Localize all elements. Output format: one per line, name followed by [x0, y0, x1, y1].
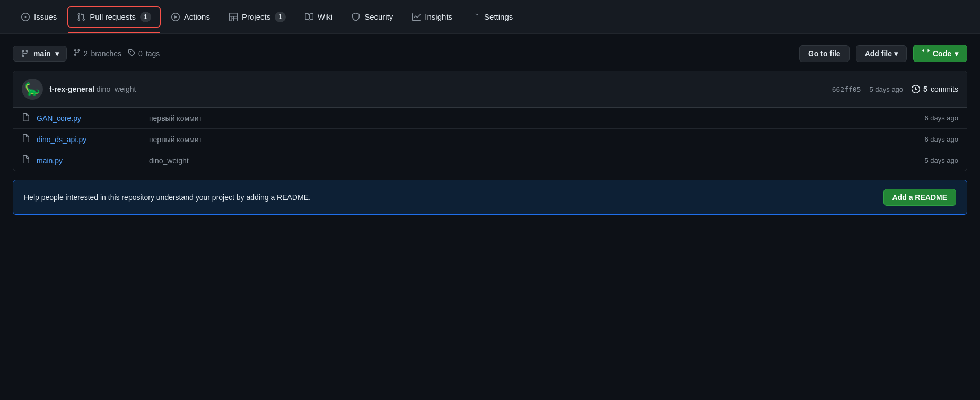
commit-author[interactable]: t-rex-general [49, 85, 94, 93]
nav-bar: Issues Pull requests 1 Actions Projects … [0, 0, 980, 34]
add-file-label: Add file [865, 49, 892, 58]
projects-badge: 1 [275, 12, 286, 22]
nav-label-wiki: Wiki [318, 12, 332, 21]
nav-item-issues[interactable]: Issues [13, 8, 65, 25]
git-pull-request-icon [77, 13, 85, 21]
chevron-down-icon: ▾ [955, 49, 958, 58]
commits-count: 5 [923, 85, 928, 93]
avatar: 🦕 [22, 79, 43, 100]
file-row: dino_ds_api.py первый коммит 6 days ago [13, 129, 967, 150]
toolbar: main ▾ 2 branches 0 tags Go to file Add … [0, 34, 980, 71]
nav-label-security: Security [364, 12, 393, 21]
avatar-image: 🦕 [24, 82, 40, 97]
file-row: GAN_core.py первый коммит 6 days ago [13, 108, 967, 129]
table-icon [229, 13, 238, 21]
readme-text: Help people interested in this repositor… [24, 193, 311, 202]
code-icon [922, 49, 930, 58]
book-icon [305, 13, 313, 21]
file-icon [22, 134, 30, 144]
branches-link[interactable]: 2 branches [73, 49, 121, 58]
nav-label-actions: Actions [184, 12, 210, 21]
tags-count: 0 [138, 49, 143, 58]
graph-icon [412, 13, 421, 21]
add-file-button[interactable]: Add file ▾ [856, 45, 907, 62]
nav-item-pull-requests[interactable]: Pull requests 1 [67, 6, 160, 28]
go-to-file-button[interactable]: Go to file [799, 45, 850, 62]
file-commit-1: первый коммит [149, 135, 918, 144]
file-date-1: 6 days ago [924, 135, 958, 143]
file-name-1[interactable]: dino_ds_api.py [37, 135, 143, 144]
nav-item-insights[interactable]: Insights [404, 8, 461, 25]
nav-item-security[interactable]: Security [343, 8, 401, 25]
commit-info: t-rex-general dino_weight [49, 85, 826, 93]
readme-banner: Help people interested in this repositor… [13, 180, 967, 215]
file-icon [22, 113, 30, 123]
commit-hash[interactable]: 662ff05 [832, 85, 861, 93]
nav-label-insights: Insights [425, 12, 452, 21]
commit-header: 🦕 t-rex-general dino_weight 662ff05 5 da… [13, 71, 967, 108]
nav-item-projects[interactable]: Projects 1 [221, 7, 294, 27]
branches-icon [73, 49, 81, 58]
nav-label-projects: Projects [242, 12, 270, 21]
tags-link[interactable]: 0 tags [128, 49, 160, 58]
nav-label-pull-requests: Pull requests [90, 12, 136, 21]
commit-message: dino_weight [97, 85, 136, 93]
nav-item-wiki[interactable]: Wiki [296, 8, 341, 25]
nav-label-settings: Settings [484, 12, 513, 21]
nav-label-issues: Issues [34, 12, 57, 21]
add-readme-label: Add a README [892, 193, 947, 202]
file-date-2: 5 days ago [924, 156, 958, 164]
file-name-2[interactable]: main.py [37, 156, 143, 165]
commit-time: 5 days ago [869, 85, 903, 93]
shield-icon [352, 13, 360, 21]
branch-icon [21, 49, 29, 58]
nav-item-settings[interactable]: Settings [463, 8, 521, 25]
tag-icon [128, 49, 135, 58]
commit-meta: 662ff05 5 days ago 5 commits [832, 85, 958, 93]
file-date-0: 6 days ago [924, 114, 958, 122]
play-circle-icon [171, 13, 180, 21]
branches-label: branches [91, 49, 121, 58]
chevron-down-icon: ▾ [55, 49, 59, 58]
nav-item-actions[interactable]: Actions [163, 8, 218, 25]
circle-dot-icon [21, 13, 30, 21]
repo-box: 🦕 t-rex-general dino_weight 662ff05 5 da… [13, 71, 967, 171]
file-commit-2: dino_weight [149, 156, 918, 165]
commits-label: commits [931, 85, 958, 93]
branch-name: main [33, 49, 51, 58]
pull-requests-badge: 1 [140, 12, 151, 22]
commits-link[interactable]: 5 commits [912, 85, 958, 93]
history-icon [912, 85, 920, 93]
add-readme-button[interactable]: Add a README [883, 189, 956, 206]
file-commit-0: первый коммит [149, 114, 918, 123]
code-label: Code [933, 49, 951, 58]
file-name-0[interactable]: GAN_core.py [37, 114, 143, 123]
code-button[interactable]: Code ▾ [913, 45, 967, 62]
gear-icon [471, 13, 480, 21]
chevron-down-icon: ▾ [894, 49, 898, 58]
file-row: main.py dino_weight 5 days ago [13, 150, 967, 171]
file-icon [22, 155, 30, 166]
tags-label: tags [146, 49, 160, 58]
branches-count: 2 [84, 49, 88, 58]
branch-selector[interactable]: main ▾ [13, 46, 67, 62]
